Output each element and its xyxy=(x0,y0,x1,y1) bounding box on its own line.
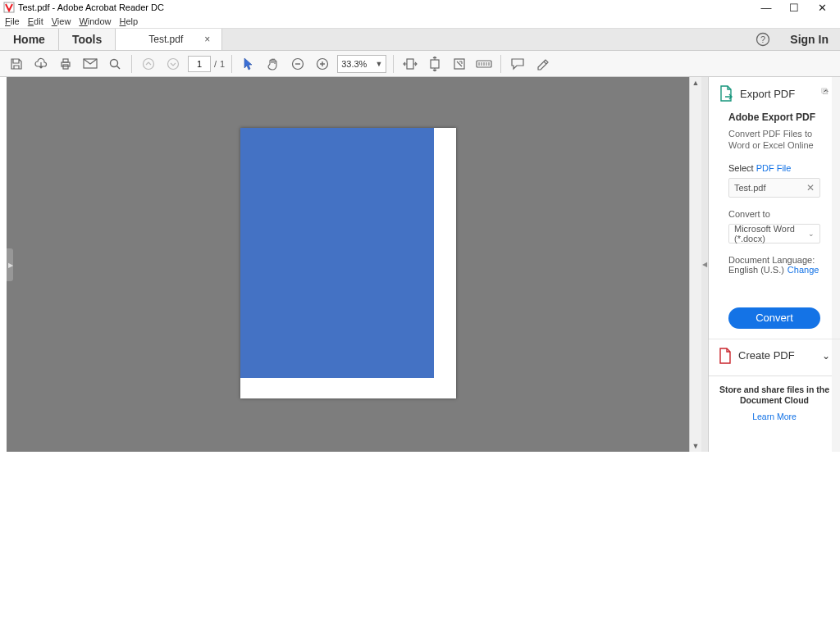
window-title: Test.pdf - Adobe Acrobat Reader DC xyxy=(18,2,758,12)
svg-point-7 xyxy=(111,59,118,66)
maximize-button[interactable]: ☐ xyxy=(786,2,802,14)
toolbar: / 1 33.3% ▼ xyxy=(0,51,840,77)
separator xyxy=(231,55,232,73)
document-language: Document Language: English (U.S.)Change xyxy=(728,255,820,275)
svg-rect-3 xyxy=(62,62,70,66)
export-pdf-icon xyxy=(719,85,733,102)
tab-document[interactable]: Test.pdf × xyxy=(116,29,222,50)
learn-more-link[interactable]: Learn More xyxy=(715,412,833,421)
svg-point-1 xyxy=(757,34,769,46)
highlight-icon[interactable] xyxy=(532,54,552,74)
select-pdf-link[interactable]: PDF File xyxy=(756,163,792,173)
tab-close-icon[interactable]: × xyxy=(204,34,210,45)
chevron-down-icon: ▼ xyxy=(375,60,382,68)
selected-file-box[interactable]: Test.pdf ✕ xyxy=(728,178,820,198)
duplicate-icon[interactable]: ⧉ xyxy=(821,85,829,97)
right-panel: Export PDF ⌃ ⧉ Adobe Export PDF Convert … xyxy=(708,77,840,452)
zoom-in-icon[interactable] xyxy=(313,54,332,74)
export-pdf-header[interactable]: Export PDF ⌃ xyxy=(719,85,830,102)
zoom-value: 33.3% xyxy=(341,59,367,69)
menu-edit[interactable]: Edit xyxy=(28,16,43,26)
search-icon[interactable] xyxy=(105,54,125,74)
convert-to-select[interactable]: Microsoft Word (*.docx) ⌄ xyxy=(728,224,820,244)
change-language-link[interactable]: Change xyxy=(788,265,819,275)
svg-point-10 xyxy=(168,58,179,69)
create-pdf-icon xyxy=(719,348,732,364)
document-view[interactable]: ▶ xyxy=(0,77,690,452)
svg-line-8 xyxy=(117,66,121,69)
sign-in-button[interactable]: Sign In xyxy=(778,29,840,50)
menu-bar: File Edit View Window Help xyxy=(0,15,840,28)
zoom-select[interactable]: 33.3% ▼ xyxy=(337,55,386,73)
export-heading: Adobe Export PDF xyxy=(728,112,820,123)
page-up-icon xyxy=(139,54,158,74)
svg-rect-16 xyxy=(407,59,413,69)
menu-help[interactable]: Help xyxy=(120,16,139,26)
selection-tool-icon[interactable] xyxy=(239,54,258,74)
export-pdf-title: Export PDF xyxy=(740,88,815,100)
menu-view[interactable]: View xyxy=(52,16,71,26)
convert-button[interactable]: Convert xyxy=(728,307,820,329)
convert-to-label: Convert to xyxy=(728,209,820,219)
cloud-icon[interactable] xyxy=(31,54,51,74)
tabs-bar: Home Tools Test.pdf × ? Sign In xyxy=(0,28,840,51)
svg-point-13 xyxy=(317,58,328,69)
minimize-button[interactable]: — xyxy=(758,2,774,14)
export-description: Convert PDF Files to Word or Excel Onlin… xyxy=(728,128,820,152)
svg-rect-0 xyxy=(4,2,14,12)
svg-point-9 xyxy=(144,58,154,69)
menu-file[interactable]: File xyxy=(5,16,20,26)
left-panel-toggle[interactable]: ▶ xyxy=(7,248,13,281)
svg-point-11 xyxy=(293,58,304,69)
document-scrollbar[interactable]: ▲ ▼ xyxy=(690,77,701,452)
help-icon[interactable]: ? xyxy=(747,29,778,50)
tab-home[interactable]: Home xyxy=(0,29,59,50)
separator xyxy=(393,55,394,73)
email-icon[interactable] xyxy=(80,54,100,74)
create-pdf-header[interactable]: Create PDF ⌄ xyxy=(719,348,830,364)
selected-file-name: Test.pdf xyxy=(734,183,806,193)
promo-box: Store and share files in the Document Cl… xyxy=(709,376,840,430)
svg-rect-5 xyxy=(63,65,68,69)
create-pdf-title: Create PDF xyxy=(738,349,815,362)
save-icon[interactable] xyxy=(7,54,26,74)
svg-text:?: ? xyxy=(760,34,765,44)
chevron-down-icon: ⌄ xyxy=(822,350,830,362)
svg-rect-18 xyxy=(454,59,464,69)
page-number-box: / 1 xyxy=(188,56,225,72)
select-file-label: Select PDF File xyxy=(728,163,820,173)
scroll-down-icon[interactable]: ▼ xyxy=(690,440,701,452)
pdf-page xyxy=(240,128,456,398)
right-panel-toggle[interactable]: ◀ xyxy=(701,77,708,452)
window-titlebar: Test.pdf - Adobe Acrobat Reader DC — ☐ ✕ xyxy=(0,0,840,15)
comment-icon[interactable] xyxy=(508,54,527,74)
tab-document-label: Test.pdf xyxy=(148,34,183,45)
close-window-button[interactable]: ✕ xyxy=(814,2,830,14)
separator xyxy=(500,55,501,73)
scroll-up-icon[interactable]: ▲ xyxy=(690,77,701,89)
zoom-out-icon[interactable] xyxy=(288,54,308,74)
page-sep: / xyxy=(214,59,217,69)
read-mode-icon[interactable] xyxy=(474,54,494,74)
svg-rect-17 xyxy=(431,60,439,68)
convert-to-value: Microsoft Word (*.docx) xyxy=(734,224,808,244)
content-area: ▶ ▲ ▼ ◀ Export PDF ⌃ ⧉ Adobe Export PDF … xyxy=(0,77,840,452)
chevron-down-icon: ⌄ xyxy=(808,230,815,238)
svg-rect-4 xyxy=(63,59,68,62)
menu-window[interactable]: Window xyxy=(79,16,111,26)
separator xyxy=(131,55,132,73)
page-content-rect xyxy=(240,128,434,378)
app-icon xyxy=(3,2,15,13)
page-number-input[interactable] xyxy=(188,56,211,72)
svg-rect-6 xyxy=(84,59,97,68)
tab-tools[interactable]: Tools xyxy=(59,29,116,50)
svg-rect-19 xyxy=(477,61,491,67)
clear-file-icon[interactable]: ✕ xyxy=(806,182,815,193)
hand-tool-icon[interactable] xyxy=(263,54,283,74)
page-down-icon xyxy=(163,54,183,74)
print-icon[interactable] xyxy=(56,54,75,74)
page-total: 1 xyxy=(220,59,225,69)
fullscreen-icon[interactable] xyxy=(450,54,469,74)
fit-page-icon[interactable] xyxy=(425,54,445,74)
fit-width-icon[interactable] xyxy=(400,54,420,74)
